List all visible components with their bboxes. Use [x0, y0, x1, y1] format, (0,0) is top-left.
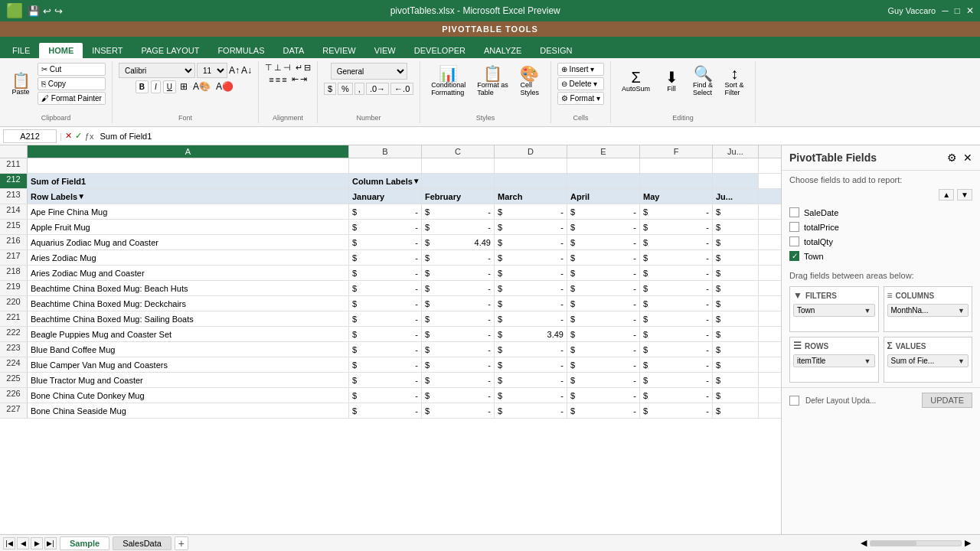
sheet-tab-sample[interactable]: Sample [60, 536, 109, 550]
col-header-A[interactable]: A [28, 145, 349, 158]
cell-reference-input[interactable] [3, 129, 57, 143]
field-checkbox-totalprice[interactable] [789, 222, 799, 232]
col-header-C[interactable]: C [422, 145, 495, 158]
currency-button[interactable]: $ [324, 83, 336, 95]
values-pill[interactable]: Sum of Fie... ▼ [887, 354, 969, 367]
field-list-scroll-down[interactable]: ▼ [957, 189, 972, 201]
cell-211-G[interactable] [713, 158, 759, 173]
sheet-nav-next[interactable]: ▶ [31, 537, 43, 549]
field-list-scroll-up[interactable]: ▲ [939, 189, 954, 201]
cell-213-C[interactable]: February [422, 189, 495, 204]
find-select-button[interactable]: 🔍 Find &Select [688, 63, 717, 99]
italic-button[interactable]: I [151, 80, 161, 93]
col-header-G[interactable]: Ju... [713, 145, 759, 158]
scroll-left-button[interactable]: ◀ [861, 538, 867, 548]
rows-pill-arrow[interactable]: ▼ [864, 357, 871, 365]
field-checkbox-town[interactable]: ✓ [789, 251, 799, 261]
autosum-button[interactable]: Σ AutoSum [617, 67, 655, 96]
close-button[interactable]: ✕ [966, 5, 974, 16]
cell-212-C[interactable] [422, 174, 495, 188]
cell-211-D[interactable] [495, 158, 567, 173]
increase-indent-button[interactable]: ⇥ [300, 74, 307, 84]
font-size-select[interactable]: 11 [197, 63, 227, 78]
cell-212-F[interactable] [640, 174, 713, 188]
decimal-decrease-button[interactable]: ←.0 [390, 83, 413, 95]
tab-file[interactable]: FILE [3, 43, 39, 58]
align-center-button[interactable]: ≡ [276, 75, 280, 84]
update-button[interactable]: UPDATE [922, 393, 972, 408]
cell-212-A[interactable]: Sum of Field1 [28, 174, 349, 188]
comma-button[interactable]: , [354, 83, 364, 95]
align-top-button[interactable]: ⊤ [265, 63, 273, 73]
format-button[interactable]: ⚙ Format ▾ [557, 92, 604, 105]
sheet-tab-salesdata[interactable]: SalesData [113, 536, 172, 550]
cell-styles-button[interactable]: 🎨 CellStyles [515, 63, 544, 99]
font-grow-button[interactable]: A↑ [229, 65, 240, 76]
wrap-text-button[interactable]: ↵ [296, 63, 302, 73]
insert-button[interactable]: ⊕ Insert ▾ [557, 63, 604, 76]
cell-211-B[interactable] [349, 158, 422, 173]
tab-insert[interactable]: INSERT [83, 43, 132, 58]
cancel-formula-icon[interactable]: ✕ [65, 131, 72, 141]
fill-color-button[interactable]: A🎨 [191, 80, 212, 93]
tab-home[interactable]: HOME [39, 43, 83, 58]
field-item-saledate[interactable]: SaleDate [789, 205, 972, 220]
cell-212-D[interactable] [495, 174, 567, 188]
insert-function-icon[interactable]: ƒx [85, 132, 94, 141]
panel-close-icon[interactable]: ✕ [963, 152, 972, 164]
font-shrink-button[interactable]: A↓ [241, 65, 252, 76]
cell-211-E[interactable] [567, 158, 640, 173]
cell-213-F[interactable]: May [640, 189, 713, 204]
cell-212-B[interactable]: Column Labels ▼ [349, 174, 422, 188]
align-middle-button[interactable]: ⊥ [274, 63, 282, 73]
scroll-right-button[interactable]: ▶ [965, 538, 971, 548]
merge-center-button[interactable]: ⊟ [304, 63, 311, 73]
minimize-button[interactable]: ─ [942, 5, 949, 16]
underline-button[interactable]: U [163, 80, 176, 93]
col-header-E[interactable]: E [567, 145, 640, 158]
columns-pill-arrow[interactable]: ▼ [958, 307, 965, 315]
redo-icon[interactable]: ↪ [54, 5, 63, 17]
decimal-increase-button[interactable]: .0→ [366, 83, 389, 95]
tab-view[interactable]: VIEW [365, 43, 405, 58]
align-left-button[interactable]: ≡ [269, 75, 273, 84]
col-header-B[interactable]: B [349, 145, 422, 158]
panel-settings-icon[interactable]: ⚙ [947, 152, 957, 164]
col-header-D[interactable]: D [495, 145, 567, 158]
tab-design[interactable]: DESIGN [531, 43, 581, 58]
sheet-nav-last[interactable]: ▶| [44, 537, 57, 549]
paste-button[interactable]: 📋 Paste [6, 70, 35, 99]
cell-213-B[interactable]: January [349, 189, 422, 204]
rows-pill[interactable]: itemTitle ▼ [793, 354, 875, 367]
field-item-town[interactable]: ✓ Town [789, 249, 972, 263]
font-family-select[interactable]: Calibri [119, 63, 195, 78]
tab-analyze[interactable]: ANALYZE [475, 43, 531, 58]
sheet-nav-prev[interactable]: ◀ [17, 537, 29, 549]
border-button[interactable]: ⊞ [178, 80, 189, 93]
cell-211-A[interactable] [28, 158, 349, 173]
format-painter-button[interactable]: 🖌 Format Painter [38, 92, 106, 105]
percent-button[interactable]: % [338, 83, 353, 95]
confirm-formula-icon[interactable]: ✓ [75, 131, 82, 141]
bold-button[interactable]: B [136, 80, 149, 93]
decrease-indent-button[interactable]: ⇤ [292, 74, 299, 84]
formula-input[interactable] [96, 130, 977, 142]
tab-formulas[interactable]: FORMULAS [208, 43, 273, 58]
field-checkbox-totalqty[interactable] [789, 236, 799, 246]
defer-layout-checkbox[interactable] [789, 396, 799, 406]
values-pill-arrow[interactable]: ▼ [958, 357, 965, 365]
sort-filter-button[interactable]: ↕ Sort &Filter [720, 63, 749, 99]
align-right-button[interactable]: ≡ [282, 75, 286, 84]
filters-pill-arrow[interactable]: ▼ [864, 307, 871, 315]
tab-data[interactable]: DATA [274, 43, 314, 58]
delete-button[interactable]: ⊖ Delete ▾ [557, 77, 604, 90]
cell-213-E[interactable]: April [567, 189, 640, 204]
cell-212-G[interactable] [713, 174, 759, 188]
cell-211-F[interactable] [640, 158, 713, 173]
fill-button[interactable]: ⬇ Fill [657, 67, 686, 96]
tab-page-layout[interactable]: PAGE LAYOUT [132, 43, 208, 58]
tab-review[interactable]: REVIEW [313, 43, 364, 58]
copy-button[interactable]: ⎘ Copy [38, 77, 106, 90]
cut-button[interactable]: ✂ Cut [38, 63, 106, 76]
add-sheet-button[interactable]: + [175, 536, 188, 550]
